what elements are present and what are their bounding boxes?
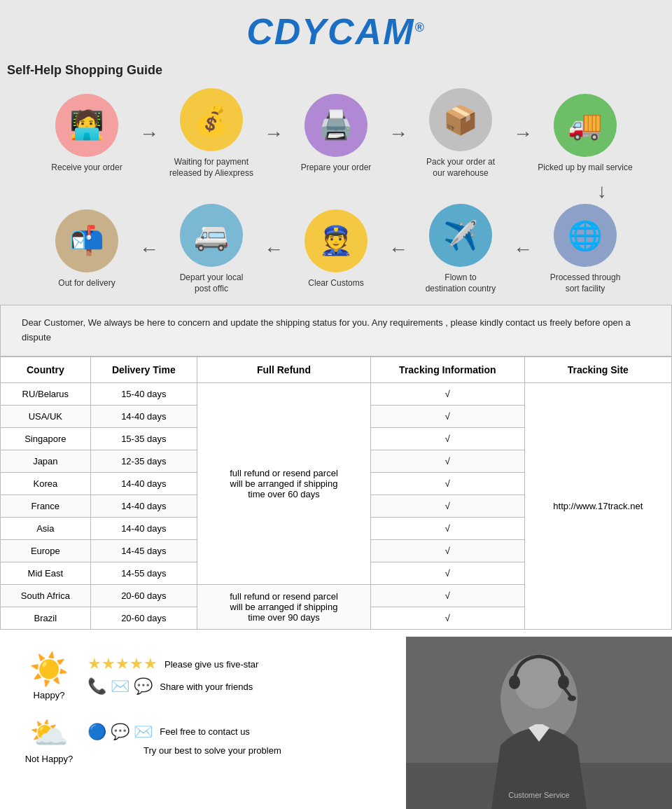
- customer-photo: Customer Service: [406, 637, 672, 809]
- flow-step-9: ✈️ Flown todestination country: [405, 204, 517, 294]
- cell-refund-60: full refund or resend parcelwill be arra…: [197, 382, 370, 584]
- cell-delivery: 14-40 days: [90, 472, 197, 495]
- try-text: Try our best to solve your problem: [144, 745, 281, 756]
- cell-delivery: 14-45 days: [90, 539, 197, 562]
- notice-section: Dear Customer, We always be here to conc…: [0, 305, 672, 357]
- bottom-left: ☀️ Happy? ★★★★★ Please give us five-star…: [0, 637, 406, 809]
- flow-label-1: Receive your order: [51, 163, 122, 174]
- flow-icon-1: 🧑‍💻: [55, 94, 118, 157]
- col-site: Tracking Site: [524, 357, 671, 382]
- happy-row: ☀️ Happy? ★★★★★ Please give us five-star…: [21, 651, 385, 700]
- cell-delivery: 14-40 days: [90, 405, 197, 427]
- flow-label-6: Out for delivery: [58, 278, 115, 289]
- shipping-table: Country Delivery Time Full Refund Tracki…: [0, 357, 672, 630]
- cell-country: Europe: [1, 539, 91, 562]
- cloud-icon: ⛅: [29, 714, 69, 752]
- svg-point-7: [568, 696, 576, 701]
- notice-text: Dear Customer, We always be here to conc…: [22, 317, 631, 343]
- col-country: Country: [1, 357, 91, 382]
- cell-tracking: √: [371, 562, 525, 584]
- flow-icon-9: ✈️: [429, 204, 492, 267]
- cell-tracking: √: [371, 382, 525, 405]
- cell-country: Brazil: [1, 607, 91, 629]
- logo-registered: ®: [414, 20, 425, 34]
- cell-country: Korea: [1, 472, 91, 495]
- flow-icon-3: 🖨️: [304, 94, 368, 157]
- svg-text:Customer Service: Customer Service: [508, 791, 569, 799]
- stars-icon: ★★★★★: [88, 655, 158, 673]
- flow-step-5: 🚚 Picked up by mail service: [529, 94, 641, 174]
- flow-icon-5: 🚚: [554, 94, 617, 157]
- not-happy-row: ⛅ Not Happy? 🔵 💬 ✉️ Feel free to contact…: [21, 714, 385, 764]
- flow-row-1: 🧑‍💻 Receive your order → 💰 Waiting for p…: [14, 88, 658, 179]
- flow-step-3: 🖨️ Prepare your order: [280, 94, 392, 174]
- flow-row-2: 📬 Out for delivery ← 🚐 Depart your local…: [14, 204, 658, 294]
- try-row: Try our best to solve your problem: [88, 745, 281, 756]
- contact-icons: 🔵 💬 ✉️: [88, 723, 153, 741]
- cell-tracking: √: [371, 539, 525, 562]
- cell-country: Singapore: [1, 427, 91, 450]
- flow-step-10: 🌐 Processed throughsort facility: [529, 204, 641, 294]
- flow-step-1: 🧑‍💻 Receive your order: [31, 94, 143, 174]
- flow-label-9: Flown todestination country: [426, 272, 496, 294]
- flow-icon-2: 💰: [180, 88, 243, 151]
- flow-icon-6: 📬: [55, 209, 118, 272]
- flow-step-2: 💰 Waiting for paymentreleased by Aliexpr…: [155, 88, 267, 179]
- cell-refund-90: full refund or resend parcelwill be arra…: [197, 584, 370, 629]
- flow-label-8: Clear Customs: [308, 278, 363, 289]
- cell-delivery: 14-40 days: [90, 495, 197, 517]
- cell-country: USA/UK: [1, 405, 91, 427]
- flow-step-7: 🚐 Depart your localpost offic: [155, 204, 267, 294]
- svg-point-4: [509, 675, 520, 689]
- share-text: Share with your friends: [160, 682, 253, 692]
- cell-tracking: √: [371, 427, 525, 450]
- five-star-row: ★★★★★ Please give us five-star: [88, 655, 258, 673]
- logo-text: CDYCAM: [246, 11, 414, 52]
- header-section: CDYCAM®: [0, 0, 672, 56]
- flow-label-5: Picked up by mail service: [538, 163, 632, 174]
- cell-delivery: 15-40 days: [90, 382, 197, 405]
- down-arrow: ↓: [14, 180, 658, 202]
- col-delivery: Delivery Time: [90, 357, 197, 382]
- table-header-row: Country Delivery Time Full Refund Tracki…: [1, 357, 672, 382]
- cell-tracking: √: [371, 472, 525, 495]
- flow-section: 🧑‍💻 Receive your order → 💰 Waiting for p…: [0, 81, 672, 305]
- flow-icon-4: 📦: [429, 88, 492, 151]
- contact-text: Feel free to contact us: [160, 726, 250, 737]
- flow-label-3: Prepare your order: [301, 163, 372, 174]
- cell-country: Japan: [1, 450, 91, 472]
- table-section: Country Delivery Time Full Refund Tracki…: [0, 357, 672, 630]
- cell-delivery: 20-60 days: [90, 584, 197, 607]
- cell-country: South Africa: [1, 584, 91, 607]
- bottom-section: ☀️ Happy? ★★★★★ Please give us five-star…: [0, 630, 672, 809]
- logo: CDYCAM®: [0, 11, 672, 53]
- col-tracking: Tracking Information: [371, 357, 525, 382]
- guide-title-text: Self-Help Shopping Guide: [7, 63, 162, 77]
- flow-icon-8: 👮: [304, 209, 368, 272]
- flow-label-10: Processed throughsort facility: [550, 272, 621, 294]
- cell-country: RU/Belarus: [1, 382, 91, 405]
- cell-country: Mid East: [1, 562, 91, 584]
- cell-tracking: √: [371, 495, 525, 517]
- share-icons: 📞 ✉️ 💬: [88, 677, 153, 696]
- cell-delivery: 14-55 days: [90, 562, 197, 584]
- cell-tracking: √: [371, 450, 525, 472]
- not-happy-label: Not Happy?: [25, 754, 74, 764]
- five-star-text: Please give us five-star: [164, 659, 258, 670]
- table-row: RU/Belarus 15-40 days full refund or res…: [1, 382, 672, 405]
- cell-delivery: 15-35 days: [90, 427, 197, 450]
- cell-country: France: [1, 495, 91, 517]
- cell-tracking: √: [371, 584, 525, 607]
- flow-label-2: Waiting for paymentreleased by Aliexpres…: [169, 157, 253, 179]
- flow-step-6: 📬 Out for delivery: [31, 209, 143, 289]
- flow-label-4: Pack your order atour warehouse: [426, 157, 495, 179]
- flow-icon-10: 🌐: [554, 204, 617, 267]
- cell-delivery: 14-40 days: [90, 517, 197, 539]
- flow-step-8: 👮 Clear Customs: [280, 209, 392, 289]
- flow-label-7: Depart your localpost offic: [180, 272, 244, 294]
- col-refund: Full Refund: [197, 357, 370, 382]
- cell-tracking: √: [371, 405, 525, 427]
- cell-country: Asia: [1, 517, 91, 539]
- sun-icon: ☀️: [29, 651, 69, 688]
- flow-icon-7: 🚐: [180, 204, 243, 267]
